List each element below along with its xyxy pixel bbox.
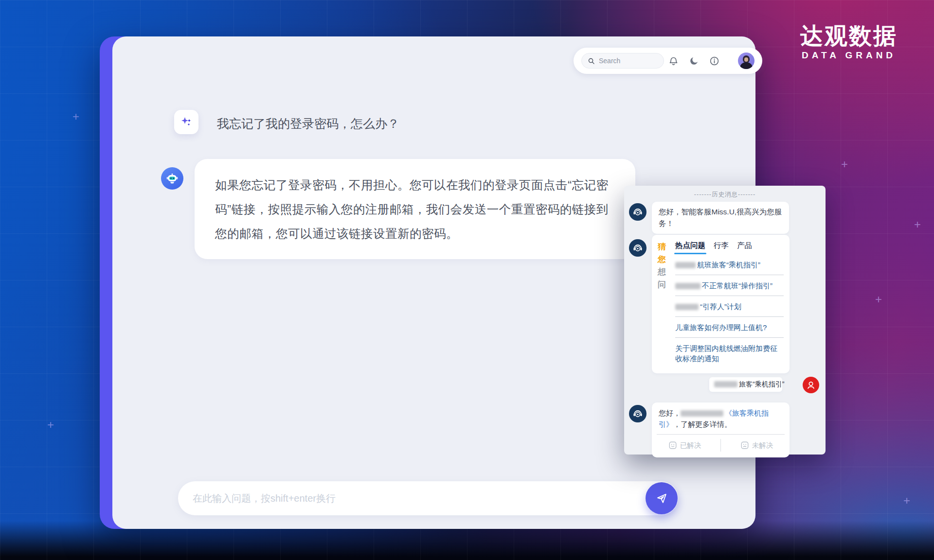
smiley-face-icon [668,441,677,450]
brand-name-cn: 达观数据 [792,23,906,49]
resolved-button[interactable]: 已解决 [668,441,701,450]
sad-face-icon [740,441,749,450]
paper-plane-icon [655,491,668,505]
bell-icon[interactable] [668,56,679,66]
plus-decoration [874,295,883,304]
send-button[interactable] [646,482,678,514]
search-box[interactable] [581,53,664,69]
hot-question-item[interactable]: “引荐人”计划 [675,296,784,317]
user-avatar[interactable] [738,52,754,69]
redacted-text [675,283,700,289]
search-icon [588,57,595,65]
widget-answer-text: 您好，《旅客乘机指引》，了解更多详情。 [659,407,783,430]
plus-decoration [46,420,55,430]
user-question: 我忘记了我的登录密码，怎么办？ [217,116,399,132]
message-input[interactable] [193,493,634,504]
assistant-message-bubble: 如果您忘记了登录密码，不用担心。您可以在我们的登录页面点击“忘记密码”链接，按照… [195,159,635,259]
hot-question-item[interactable]: 关于调整国内航线燃油附加费征收标准的通知 [675,338,784,368]
tab-products[interactable]: 产品 [737,241,752,254]
hot-question-item[interactable]: 儿童旅客如何办理网上值机? [675,317,784,338]
hot-question-item[interactable]: 航班旅客“乘机指引” [675,254,784,275]
feedback-row: 已解决 未解决 [659,435,783,455]
moon-icon[interactable] [689,56,699,66]
brand-name-en: DATA GRAND [792,50,906,61]
tab-luggage[interactable]: 行李 [714,241,729,254]
message-input-bar [178,481,678,515]
greeting-bubble: 您好，智能客服Miss.U,很高兴为您服务！ [652,202,789,234]
widget-answer-bubble: 您好，《旅客乘机指引》，了解更多详情。 已解决 未解决 [652,402,790,457]
redacted-text [675,262,696,268]
plus-decoration [840,159,849,169]
history-chat-widget: -------历史消息------- 您好，智能客服Miss.U,很高兴为您服务… [624,186,826,455]
info-icon[interactable] [709,56,719,66]
plus-decoration [902,496,912,506]
plus-decoration [71,112,81,122]
tab-hot-questions[interactable]: 热点问题 [675,241,705,254]
redacted-text [675,304,699,310]
assistant-robot-icon [161,167,183,190]
top-toolbar [574,48,762,74]
sparkles-icon [174,110,198,134]
widget-user-message: 旅客“乘机指引” [709,377,782,392]
service-agent-icon [629,239,647,257]
search-input[interactable] [599,57,652,65]
plus-decoration [913,220,922,229]
hot-questions-card: 猜 您 想 问 热点问题 行李 产品 航班旅客“乘机指引” 不正常航班“操作指引… [652,235,790,373]
widget-user-person-icon [803,377,819,393]
feedback-separator [720,439,721,452]
service-agent-icon [629,405,647,422]
brand-logo: 达观数据 DATA GRAND [792,23,906,61]
redacted-text [681,410,723,417]
assistant-answer: 如果您忘记了登录密码，不用担心。您可以在我们的登录页面点击“忘记密码”链接，按照… [215,173,615,246]
hot-question-item[interactable]: 不正常航班“操作指引” [675,275,784,296]
guess-you-ask-label: 猜 您 想 问 [658,241,672,368]
service-agent-icon [629,203,647,221]
unresolved-button[interactable]: 未解决 [740,441,773,450]
hot-question-tabs: 热点问题 行李 产品 [675,241,784,254]
redacted-text [714,381,737,387]
history-divider-label: -------历史消息------- [624,191,826,199]
